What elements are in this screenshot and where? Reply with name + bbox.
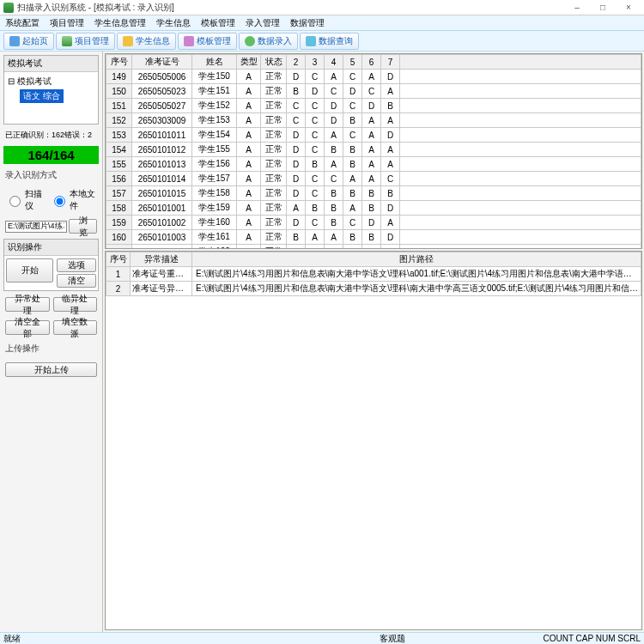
clear-all-button[interactable]: 清空全部: [5, 320, 50, 335]
option-button[interactable]: 选项: [57, 258, 96, 272]
table-row[interactable]: 1512650505027学生152A正常CCDCDB: [106, 99, 641, 113]
menu-student-info[interactable]: 学生信息: [156, 17, 191, 29]
file-path-row: 浏览: [3, 217, 99, 235]
results-header[interactable]: 6: [362, 55, 381, 70]
menu-bar: 系统配置 项目管理 学生信息管理 学生信息 模板管理 录入管理 数据管理: [0, 15, 644, 31]
status-bar: 就绪 客观题 COUNT CAP NUM SCRL: [0, 632, 644, 644]
table-row[interactable]: 1准考证号重复！E:\测试图片\4练习用图片和信息表\南大港中学语文\理科\a0…: [106, 267, 641, 282]
input-method-label: 录入识别方式: [3, 167, 99, 183]
table-row[interactable]: 1582650101001学生159A正常ABBABD: [106, 201, 641, 216]
clear-option-button[interactable]: 清空: [57, 274, 96, 288]
results-table-wrap[interactable]: 序号准考证号姓名类型状态234567 1492650505006学生150A正常…: [105, 53, 642, 249]
student-icon: [123, 36, 133, 46]
table-row[interactable]: 1552650101013学生156A正常DBABAA: [106, 157, 641, 172]
query-icon: [306, 36, 316, 46]
table-row[interactable]: 1592650101002学生160A正常DCBCDA: [106, 216, 641, 230]
table-row[interactable]: 1502650505023学生151A正常BDCDCA: [106, 84, 641, 99]
tree-root[interactable]: ⊟ 模拟考试: [8, 76, 94, 88]
browse-button[interactable]: 浏览: [69, 219, 97, 234]
progress-counter: 164/164: [3, 146, 99, 164]
toolbar: 起始页 项目管理 学生信息 模板管理 数据录入 数据查询: [0, 31, 644, 52]
table-row[interactable]: 1532650101011学生154A正常DCACAD: [106, 128, 641, 143]
menu-student-mgmt[interactable]: 学生信息管理: [94, 17, 146, 29]
fill-blank-button[interactable]: 填空数派: [53, 320, 98, 335]
table-row[interactable]: 2准考证号异常！E:\测试图片\4练习用图片和信息表\南大港中学语文\理科\南大…: [106, 282, 641, 296]
results-header[interactable]: 序号: [106, 55, 132, 70]
exceptions-header[interactable]: 序号: [106, 252, 131, 267]
exception-handle-button[interactable]: 异常处理: [5, 297, 50, 312]
tree-child-selected[interactable]: 语文 综合: [20, 89, 64, 103]
results-table[interactable]: 序号准考证号姓名类型状态234567 1492650505006学生150A正常…: [106, 54, 641, 249]
exception-buttons: 异常处理 临异处理: [3, 295, 99, 314]
menu-system[interactable]: 系统配置: [5, 17, 39, 29]
right-panel: 序号准考证号姓名类型状态234567 1492650505006学生150A正常…: [103, 52, 644, 632]
results-header[interactable]: 3: [306, 55, 325, 70]
table-row[interactable]: 1602650101003学生161A正常BAABBD: [106, 230, 641, 245]
left-panel: 模拟考试 ⊟ 模拟考试 语文 综合 已正确识别：162错误：2 164/164 …: [0, 52, 103, 632]
recognition-ops-title: 识别操作: [4, 240, 98, 256]
toolbar-data-entry[interactable]: 数据录入: [239, 33, 298, 50]
home-icon: [9, 36, 20, 46]
app-icon: [3, 3, 14, 13]
results-header[interactable]: 2: [287, 55, 306, 70]
title-bar: 扫描录入识别系统 - [模拟考试 : 录入识别] – □ ×: [0, 0, 644, 15]
main-area: 模拟考试 ⊟ 模拟考试 语文 综合 已正确识别：162错误：2 164/164 …: [0, 52, 644, 632]
results-header[interactable]: 类型: [237, 55, 261, 70]
minimize-button[interactable]: –: [565, 1, 589, 15]
exceptions-header[interactable]: 图片路径: [192, 252, 641, 267]
toolbar-student[interactable]: 学生信息: [117, 33, 176, 50]
template-icon: [184, 36, 194, 46]
table-row[interactable]: 1542650101012学生155A正常DCBBAA: [106, 143, 641, 157]
tree-title: 模拟考试: [4, 56, 98, 72]
table-row[interactable]: 1492650505006学生150A正常DCACAD: [106, 70, 641, 84]
table-row[interactable]: 1572650101015学生158A正常DCBBBB: [106, 186, 641, 201]
toolbar-project[interactable]: 项目管理: [56, 33, 115, 50]
tree-group: 模拟考试 ⊟ 模拟考试 语文 综合: [3, 55, 99, 125]
results-header[interactable]: 准考证号: [132, 55, 192, 70]
menu-data[interactable]: 数据管理: [290, 17, 325, 29]
results-header[interactable]: 7: [381, 55, 400, 70]
data-entry-icon: [245, 36, 255, 46]
start-button[interactable]: 开始: [6, 258, 53, 283]
input-method-radios: 扫描仪 本地文件: [3, 186, 99, 214]
project-icon: [62, 36, 72, 46]
status-ready: 就绪: [3, 633, 21, 645]
window-title: 扫描录入识别系统 - [模拟考试 : 录入识别]: [17, 2, 563, 14]
status-caps: COUNT CAP NUM SCRL: [543, 634, 641, 643]
status-mode: 客观题: [380, 633, 405, 645]
temp-exception-button[interactable]: 临异处理: [53, 297, 98, 312]
menu-entry[interactable]: 录入管理: [246, 17, 280, 29]
table-row[interactable]: 1612650101004学生162A正常AAACBA: [106, 245, 641, 250]
start-upload-button[interactable]: 开始上传: [5, 362, 97, 377]
results-header[interactable]: 5: [343, 55, 362, 70]
recognition-status: 已正确识别：162错误：2: [3, 128, 99, 143]
table-row[interactable]: 1522650303009学生153A正常CCDBAA: [106, 113, 641, 128]
exceptions-table[interactable]: 序号异常描述图片路径 1准考证号重复！E:\测试图片\4练习用图片和信息表\南大…: [106, 252, 641, 296]
exceptions-header[interactable]: 异常描述: [131, 252, 192, 267]
results-header[interactable]: 状态: [261, 55, 287, 70]
file-path-input[interactable]: [5, 221, 67, 233]
recognition-ops-group: 识别操作 开始 选项 清空: [3, 239, 99, 291]
close-button[interactable]: ×: [617, 1, 641, 15]
toolbar-template[interactable]: 模板管理: [178, 33, 237, 50]
clear-buttons: 清空全部 填空数派: [3, 318, 99, 337]
exam-tree[interactable]: ⊟ 模拟考试 语文 综合: [4, 72, 98, 124]
results-header[interactable]: 4: [325, 55, 343, 70]
results-header[interactable]: 姓名: [192, 55, 237, 70]
maximize-button[interactable]: □: [591, 1, 615, 15]
menu-template[interactable]: 模板管理: [201, 17, 235, 29]
menu-project[interactable]: 项目管理: [50, 17, 84, 29]
upload-label: 上传操作: [3, 341, 99, 356]
table-row[interactable]: 1562650101014学生157A正常DCCAAC: [106, 172, 641, 186]
radio-local-file[interactable]: 本地文件: [50, 188, 97, 212]
radio-scanner[interactable]: 扫描仪: [5, 188, 45, 212]
toolbar-data-query[interactable]: 数据查询: [300, 33, 359, 50]
exceptions-table-wrap[interactable]: 序号异常描述图片路径 1准考证号重复！E:\测试图片\4练习用图片和信息表\南大…: [105, 251, 642, 630]
toolbar-start[interactable]: 起始页: [3, 33, 54, 50]
